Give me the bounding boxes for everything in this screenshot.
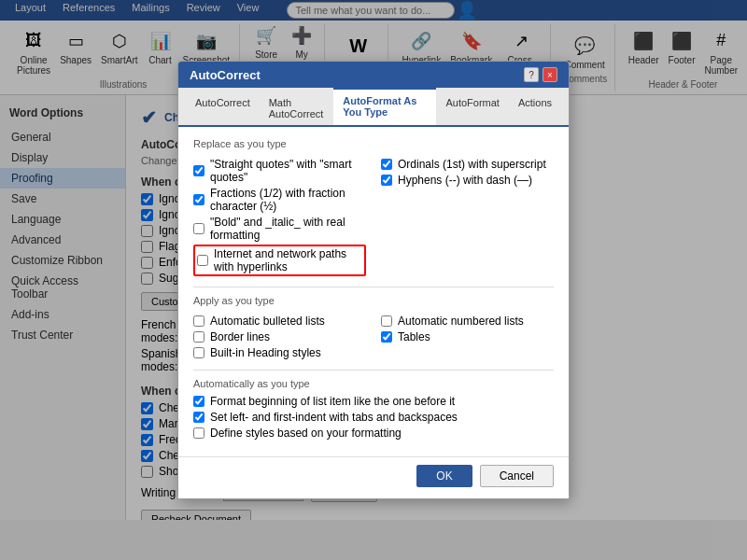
apply-right-checkbox-1[interactable] <box>381 331 392 343</box>
divider-2 <box>193 370 554 371</box>
apply-right-item-0: Automatic numbered lists <box>381 315 554 328</box>
auto-item-0: Format beginning of list item like the o… <box>193 395 554 408</box>
apply-label: Apply as you type <box>193 295 554 306</box>
auto-label: Automatically as you type <box>193 378 554 389</box>
apply-section: Apply as you type Automatic bulleted lis… <box>193 295 554 362</box>
replace-item-2: "Bold" and _italic_ with real formatting <box>193 216 366 242</box>
apply-right-item-1: Tables <box>381 330 554 343</box>
apply-left-col: Automatic bulleted lists Border lines Bu… <box>193 312 366 362</box>
dialog-cancel-button[interactable]: Cancel <box>480 465 554 487</box>
auto-item-1: Set left- and first-indent with tabs and… <box>193 411 554 424</box>
apply-checkbox-2[interactable] <box>193 347 204 358</box>
apply-right-checkbox-0[interactable] <box>381 315 392 327</box>
apply-item-0: Automatic bulleted lists <box>193 315 366 328</box>
dialog-tab-autoformat-as-you-type[interactable]: AutoFormat As You Type <box>333 88 436 125</box>
dialog-body: Replace as you type "Straight quotes" wi… <box>178 127 569 456</box>
replace-items: "Straight quotes" with "smart quotes" Fr… <box>193 155 554 279</box>
dialog-tab-actions[interactable]: Actions <box>509 90 561 125</box>
replace-right-item-0: Ordinals (1st) with superscript <box>381 158 554 171</box>
replace-left-col: "Straight quotes" with "smart quotes" Fr… <box>193 155 366 279</box>
apply-right-col: Automatic numbered lists Tables <box>381 312 554 362</box>
apply-checkbox-0[interactable] <box>193 315 204 327</box>
dialog-close-button[interactable]: × <box>543 67 557 82</box>
auto-checkbox-0[interactable] <box>193 396 204 407</box>
auto-checkbox-2[interactable] <box>193 427 204 439</box>
replace-checkbox-2[interactable] <box>193 223 204 234</box>
replace-label: Replace as you type <box>193 138 554 149</box>
divider-1 <box>193 287 554 287</box>
replace-right-col: Ordinals (1st) with superscript Hyphens … <box>381 155 554 279</box>
replace-checkbox-0[interactable] <box>193 165 204 176</box>
dialog-ok-button[interactable]: OK <box>416 465 472 487</box>
dialog-tab-mathautocorrect[interactable]: Math AutoCorrect <box>260 90 334 125</box>
replace-item-1: Fractions (1/2) with fraction character … <box>193 187 366 213</box>
auto-item-2: Define styles based on your formatting <box>193 427 554 440</box>
dialog-title-bar: AutoCorrect ? × <box>178 62 569 88</box>
replace-checkbox-1[interactable] <box>193 194 204 205</box>
dialog-tab-autoformat[interactable]: AutoFormat <box>436 90 508 125</box>
apply-checkbox-1[interactable] <box>193 331 204 343</box>
dialog-help-button[interactable]: ? <box>524 67 539 82</box>
dialog-tab-list: AutoCorrect Math AutoCorrect AutoFormat … <box>178 88 569 127</box>
autocorrect-dialog: AutoCorrect ? × AutoCorrect Math AutoCor… <box>177 61 570 499</box>
dialog-tab-autocorrect[interactable]: AutoCorrect <box>186 90 260 125</box>
dialog-footer: OK Cancel <box>178 456 569 498</box>
apply-item-1: Border lines <box>193 330 366 343</box>
replace-checkbox-3[interactable] <box>197 255 208 266</box>
auto-checkbox-1[interactable] <box>193 412 204 423</box>
auto-section: Automatically as you type Format beginni… <box>193 378 554 440</box>
replace-right-checkbox-1[interactable] <box>381 175 392 186</box>
apply-item-2: Built-in Heading styles <box>193 346 366 359</box>
replace-right-checkbox-0[interactable] <box>381 159 392 170</box>
dialog-overlay: AutoCorrect ? × AutoCorrect Math AutoCor… <box>0 0 747 560</box>
replace-right-item-1: Hyphens (--) with dash (—) <box>381 174 554 187</box>
replace-item-3-highlighted: Internet and network paths with hyperlin… <box>193 245 366 276</box>
replace-item-0: "Straight quotes" with "smart quotes" <box>193 158 366 184</box>
dialog-controls: ? × <box>524 67 557 82</box>
apply-items: Automatic bulleted lists Border lines Bu… <box>193 312 554 362</box>
dialog-title: AutoCorrect <box>190 68 261 82</box>
